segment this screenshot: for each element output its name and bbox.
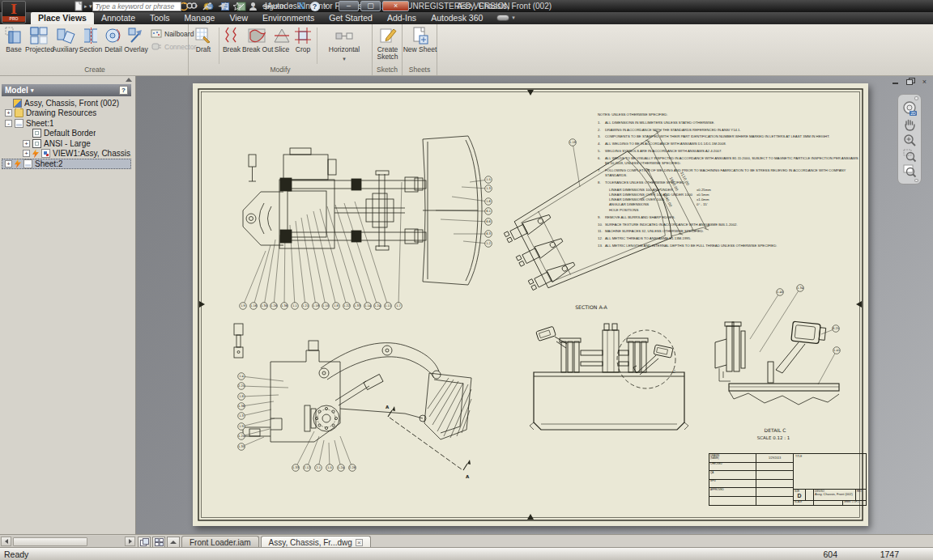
sign-in-button[interactable]: Sign In	[263, 2, 286, 11]
doc-tab-assy-chassis[interactable]: Assy, Chassis, Fr...dwg×	[261, 536, 371, 548]
base-button[interactable]: Base	[2, 26, 25, 65]
expand-icon[interactable]: +	[5, 160, 12, 168]
tab-annotate[interactable]: Annotate	[94, 12, 143, 24]
tab-tools[interactable]: Tools	[143, 12, 177, 24]
balloon-leader	[313, 211, 336, 306]
horizontal-dropdown[interactable]: ▾	[320, 53, 369, 64]
graphics-canvas[interactable]: × 2D	[136, 76, 933, 534]
browser-header-dropdown-icon[interactable]: ▾	[31, 87, 34, 94]
tab-place-views[interactable]: Place Views	[31, 12, 94, 24]
overlay-button[interactable]: Overlay	[124, 26, 148, 65]
border-icon	[32, 129, 41, 138]
expand-icon[interactable]: +	[23, 150, 30, 157]
search-input[interactable]	[92, 2, 181, 11]
zoom-all-icon[interactable]	[901, 163, 918, 178]
favorites-star-icon[interactable]	[232, 1, 243, 11]
navbar-more-icon[interactable]	[914, 179, 918, 183]
subscription-wrench-icon[interactable]	[202, 1, 212, 11]
tab-environments[interactable]: Environments	[255, 12, 322, 24]
drawing-sheet[interactable]: 1040.00 1950.00 3110.00 SECTION A-A	[193, 83, 868, 526]
panel-label-sheets[interactable]: Sheets	[403, 66, 437, 75]
doc-tab-front-loader[interactable]: Front Loader.iam	[181, 536, 259, 548]
doc-minimize-icon[interactable]	[891, 78, 900, 86]
connector-button[interactable]: Connector	[151, 40, 188, 53]
panel-modify: Draft Break Break Out Slice Crop	[189, 24, 373, 75]
pan-icon[interactable]	[901, 117, 918, 132]
minimize-button[interactable]: –	[339, 1, 359, 11]
auxiliary-button[interactable]: Auxiliary	[52, 26, 79, 65]
title-block: DRAWN(NAME)1/29/2013 CHECKED QA MFG APPR…	[709, 453, 867, 506]
panel-label-modify[interactable]: Modify	[189, 66, 372, 75]
tab-autodesk-360[interactable]: Autodesk 360	[424, 12, 490, 24]
tree-item-default-border[interactable]: Default Border	[2, 129, 131, 139]
doc-close-icon[interactable]: ×	[920, 78, 929, 86]
expand-icon[interactable]: +	[23, 140, 30, 147]
section-button[interactable]: Section	[79, 26, 103, 65]
search-expand-icon[interactable]: ▸	[84, 1, 87, 11]
break-button[interactable]: Break	[221, 26, 242, 65]
cascade-windows-button[interactable]	[138, 537, 151, 548]
maximize-button[interactable]: ▢	[360, 1, 381, 11]
ribbon-display-dropdown[interactable]: ▾	[512, 12, 515, 23]
navbar-options-icon[interactable]	[914, 96, 918, 100]
tab-list-button[interactable]	[167, 537, 180, 548]
panel-scroll-up-icon[interactable]	[126, 78, 132, 82]
zoom-window-icon[interactable]	[901, 148, 918, 163]
help-icon[interactable]: ?	[310, 2, 320, 11]
crop-button[interactable]: Crop	[292, 26, 313, 65]
expand-icon[interactable]: +	[5, 109, 12, 117]
tree-item-view1[interactable]: + VIEW1:Assy, Chassis, Front (002	[2, 149, 131, 159]
scroll-thumb[interactable]	[13, 537, 87, 546]
tab-close-icon[interactable]: ×	[356, 539, 363, 546]
exchange-apps-icon[interactable]: X	[298, 1, 305, 11]
tree-item-sheet2[interactable]: + Sheet:2	[2, 159, 131, 169]
tree-item-root-assembly[interactable]: Assy, Chassis, Front (002)	[2, 98, 131, 108]
sign-in-dropdown[interactable]: ▾	[291, 1, 294, 11]
break-out-button[interactable]: Break Out	[242, 26, 271, 65]
panel-label-create[interactable]: Create	[2, 66, 188, 75]
create-sketch-button[interactable]: Create Sketch	[373, 26, 403, 65]
title-block-main: TITLE SIZED DWG NOAssy, Chassis, Front (…	[794, 454, 866, 505]
rev-label: REV	[857, 490, 865, 493]
balloon-label: 1.30	[261, 304, 268, 308]
doc-restore-icon[interactable]	[905, 78, 914, 86]
browser-header[interactable]: Model ▾ ?	[2, 84, 131, 96]
new-sheet-button[interactable]: New Sheet	[403, 26, 437, 65]
detail-button[interactable]: Detail	[103, 26, 124, 65]
application-menu-button[interactable]: I PRO	[2, 1, 26, 23]
tile-windows-button[interactable]	[152, 537, 165, 548]
balloon-label: 1.35	[238, 445, 245, 448]
nailboard-button[interactable]: Nailboard	[151, 28, 188, 40]
new-file-icon[interactable]	[73, 1, 83, 11]
collapse-icon[interactable]: -	[5, 120, 12, 127]
mfg-label: MFG	[709, 480, 756, 488]
draft-button[interactable]: Draft	[191, 26, 215, 65]
tree-item-sheet1[interactable]: - Sheet:1	[2, 118, 131, 129]
balloon-label: 2.26	[349, 466, 356, 469]
status-text: Ready	[4, 549, 28, 559]
scroll-left-icon[interactable]	[1, 537, 11, 546]
balloon-label: 6.3	[486, 232, 491, 235]
tree-item-drawing-resources[interactable]: + Drawing Resources	[2, 108, 131, 119]
browser-help-icon[interactable]: ?	[119, 86, 128, 95]
panel-label-sketch[interactable]: Sketch	[373, 66, 402, 75]
tab-manage[interactable]: Manage	[177, 12, 223, 24]
browser-horizontal-scrollbar[interactable]	[0, 536, 136, 547]
horizontal-button[interactable]: Horizontal ▾	[320, 26, 369, 65]
help-dropdown[interactable]: ▾	[325, 1, 328, 11]
projected-button[interactable]: Projected	[25, 26, 52, 65]
tree-item-ansi-large[interactable]: + ANSI - Large	[2, 138, 131, 149]
tab-get-started[interactable]: Get Started	[322, 12, 380, 24]
scroll-right-icon[interactable]	[125, 537, 135, 546]
sign-in-person-icon[interactable]	[248, 1, 258, 11]
overlay-icon	[126, 26, 146, 45]
search-icon[interactable]	[186, 1, 197, 11]
steering-wheel-icon[interactable]: 2D	[901, 101, 918, 117]
tab-add-ins[interactable]: Add-Ins	[380, 12, 424, 24]
zoom-icon[interactable]	[901, 133, 918, 147]
ribbon-display-icon[interactable]	[496, 15, 509, 21]
tab-view[interactable]: View	[222, 12, 255, 24]
close-button[interactable]: ×	[382, 1, 409, 11]
slice-button[interactable]: Slice	[271, 26, 292, 65]
communication-icon[interactable]	[217, 1, 228, 11]
